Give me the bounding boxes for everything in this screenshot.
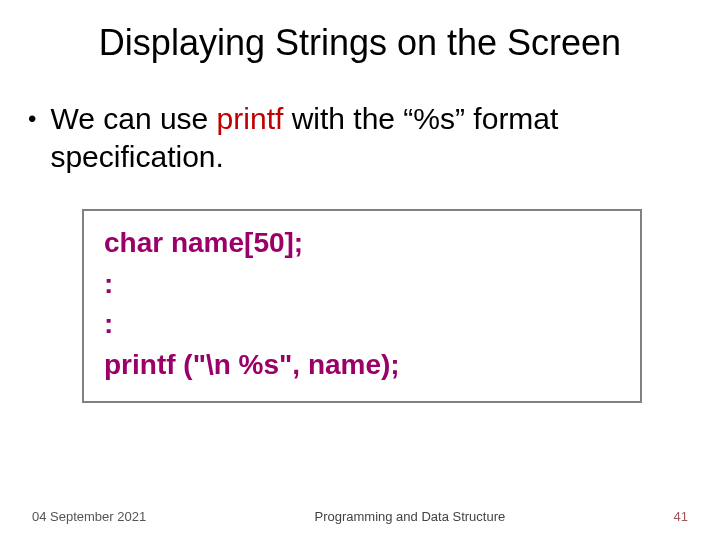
- footer-date: 04 September 2021: [32, 509, 146, 524]
- bullet-item: • We can use printf with the “%s” format…: [28, 100, 692, 175]
- footer-page: 41: [674, 509, 688, 524]
- footer-course: Programming and Data Structure: [314, 509, 505, 524]
- code-box: char name[50]; : : printf ("\n %s", name…: [82, 209, 642, 403]
- bullet-marker: •: [28, 100, 36, 138]
- code-line-2: :: [104, 264, 620, 305]
- slide-footer: 04 September 2021 Programming and Data S…: [0, 509, 720, 524]
- bullet-text: We can use printf with the “%s” format s…: [50, 100, 692, 175]
- code-line-4: printf ("\n %s", name);: [104, 345, 620, 386]
- bullet-text-pre: We can use: [50, 102, 216, 135]
- slide-body: • We can use printf with the “%s” format…: [0, 64, 720, 403]
- slide-title: Displaying Strings on the Screen: [0, 0, 720, 64]
- code-line-1: char name[50];: [104, 223, 620, 264]
- code-line-3: :: [104, 304, 620, 345]
- keyword-printf: printf: [217, 102, 284, 135]
